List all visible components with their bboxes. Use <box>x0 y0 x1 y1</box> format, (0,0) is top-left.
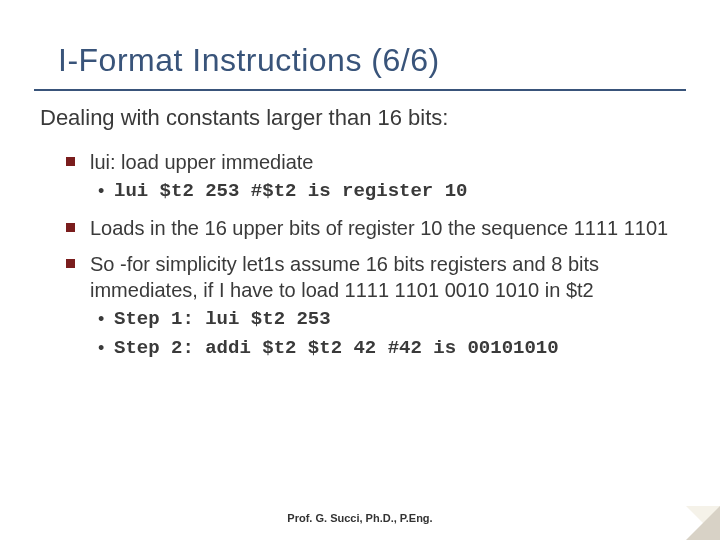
slide-footer: Prof. G. Succi, Ph.D., P.Eng. <box>0 512 720 524</box>
bullet-1-sub: lui $t2 253 #$t2 is register 10 <box>114 179 670 205</box>
bullet-3-sub1: Step 1: lui $t2 253 <box>114 307 670 333</box>
bullet-1: lui: load upper immediate <box>90 149 670 175</box>
bullet-2: Loads in the 16 upper bits of register 1… <box>90 215 670 241</box>
slide-title: I-Format Instructions (6/6) <box>0 0 720 87</box>
bullet-3-sub2: Step 2: addi $t2 $t2 42 #42 is 00101010 <box>114 336 670 362</box>
slide-subtitle: Dealing with constants larger than 16 bi… <box>0 91 720 131</box>
slide: I-Format Instructions (6/6) Dealing with… <box>0 0 720 540</box>
bullet-3: So -for simplicity let1s assume 16 bits … <box>90 251 670 303</box>
page-curl-icon <box>686 506 720 540</box>
slide-body: lui: load upper immediate lui $t2 253 #$… <box>0 131 720 362</box>
